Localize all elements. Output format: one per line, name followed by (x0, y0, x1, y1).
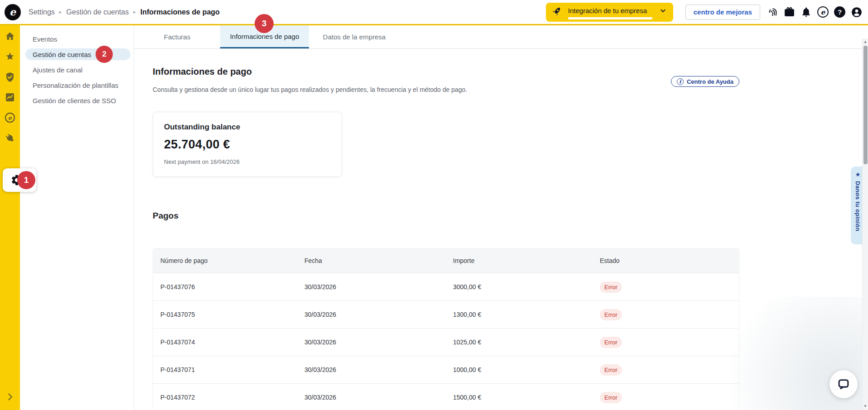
breadcrumb-separator-icon: ▸ (133, 9, 136, 15)
scrollbar-thumb[interactable] (863, 46, 868, 164)
improvement-center-button[interactable]: centro de mejoras (685, 5, 760, 20)
sidebar-item-gestion-clientes-sso[interactable]: Gestión de clientes de SSO (20, 93, 134, 108)
payment-number: P-01437076 (153, 283, 304, 291)
tab-facturas[interactable]: Facturas (134, 25, 220, 48)
payment-info-content: Informaciones de pago Consulta y gestion… (134, 49, 868, 410)
column-header: Importe (453, 257, 600, 264)
step-badge-3: 3 (255, 14, 274, 33)
status-badge: Error (600, 337, 622, 348)
primary-nav-rail: e (0, 25, 20, 410)
table-row: P-01437071 30/03/2026 1000,00 € Error (153, 356, 739, 383)
payment-amount: 1500,00 € (453, 394, 600, 401)
chat-bubble-icon (836, 377, 851, 391)
payment-date: 30/03/2026 (304, 394, 453, 401)
breadcrumb-item-settings[interactable]: Settings (29, 8, 55, 16)
company-integration-button[interactable]: Integración de tu empresa (546, 3, 673, 22)
payment-amount: 1025,00 € (453, 338, 600, 346)
payments-section-title: Pagos (153, 210, 739, 221)
chat-launcher-button[interactable] (829, 370, 858, 398)
feedback-label: Danos tu opinión (854, 181, 861, 231)
vertical-scrollbar: ▲ ▼ (862, 38, 868, 410)
account-icon[interactable] (850, 6, 863, 18)
balance-card-title: Outstanding balance (164, 122, 331, 132)
info-icon: i (677, 78, 684, 85)
status-badge: Error (600, 309, 622, 320)
payment-number: P-01437071 (153, 366, 304, 373)
step-badge-1: 1 (17, 171, 35, 189)
sidebar-item-gestion-de-cuentas[interactable]: Gestión de cuentas 2 (25, 48, 130, 60)
header-yellow-divider (0, 24, 868, 25)
breadcrumb-item-account-management[interactable]: Gestión de cuentas (66, 8, 129, 16)
expand-chevron-icon[interactable] (5, 392, 15, 402)
help-icon[interactable]: ? (834, 6, 846, 18)
header-icon-row: e ? (767, 6, 863, 18)
payment-amount: 1300,00 € (453, 311, 600, 318)
payment-date: 30/03/2026 (304, 283, 453, 291)
payments-table: Número de pago Fecha Importe Estado P-01… (153, 248, 739, 410)
column-header: Número de pago (153, 257, 304, 264)
rocket-icon (552, 6, 562, 16)
app-window: e Settings ▸ Gestión de cuentas ▸ Inform… (0, 0, 868, 410)
status-badge: Error (600, 364, 622, 376)
scroll-up-arrow-icon[interactable]: ▲ (863, 40, 868, 44)
table-row: P-01437075 30/03/2026 1300,00 € Error (153, 300, 739, 328)
sidebar-item-ajustes-de-canal[interactable]: Ajustes de canal (20, 62, 134, 77)
home-icon[interactable] (5, 31, 15, 42)
breadcrumb-separator-icon: ▸ (59, 9, 62, 15)
table-header-row: Número de pago Fecha Importe Estado (153, 248, 739, 273)
gift-icon[interactable] (783, 6, 796, 18)
svg-text:e: e (8, 114, 12, 121)
outstanding-balance-card: Outstanding balance 25.704,00 € Next pay… (153, 112, 342, 177)
analytics-icon[interactable] (5, 92, 15, 103)
star-icon: ★ (855, 172, 861, 177)
eventbrite-logo-glyph: e (10, 6, 16, 18)
settings-sidebar: Eventos Gestión de cuentas 2 Ajustes de … (20, 25, 134, 410)
tab-datos-de-la-empresa[interactable]: Datos de la empresa (309, 25, 400, 48)
payment-number: P-01437074 (153, 338, 304, 346)
shield-check-icon[interactable] (5, 72, 15, 82)
status-badge: Error (600, 392, 622, 403)
integrations-icon[interactable] (5, 133, 15, 143)
page-title: Informaciones de pago (153, 66, 467, 77)
eventbrite-logo[interactable]: e (5, 4, 21, 20)
column-header: Estado (600, 257, 739, 264)
status-badge: Error (600, 281, 622, 293)
fingerprint-icon[interactable] (767, 6, 779, 18)
payment-amount: 1000,00 € (453, 366, 600, 373)
star-icon[interactable] (5, 51, 15, 62)
table-row: P-01437076 30/03/2026 3000,00 € Error (153, 273, 739, 300)
breadcrumb: Settings ▸ Gestión de cuentas ▸ Informac… (29, 8, 220, 16)
scroll-down-arrow-icon[interactable]: ▼ (863, 404, 868, 408)
table-row: P-01437074 30/03/2026 1025,00 € Error (153, 328, 739, 356)
breadcrumb-item-current: Informaciones de pago (140, 8, 220, 16)
table-row: P-01437072 30/03/2026 1500,00 € Error (153, 383, 739, 410)
sidebar-item-eventos[interactable]: Eventos (20, 31, 134, 47)
eventbrite-credit-icon[interactable]: e (817, 6, 829, 18)
column-header: Fecha (304, 257, 453, 264)
page-description: Consulta y gestiona desde un único lugar… (153, 86, 467, 94)
help-center-button[interactable]: i Centro de Ayuda (671, 76, 739, 87)
next-payment-date: Next payment on 16/04/2026 (164, 158, 331, 166)
chevron-down-icon (659, 7, 667, 14)
step-badge-2: 2 (96, 46, 113, 63)
company-integration-label: Integración de tu empresa (568, 7, 647, 14)
payment-date: 30/03/2026 (304, 338, 453, 346)
sidebar-item-settings-active[interactable]: 1 (3, 168, 36, 192)
payment-date: 30/03/2026 (304, 311, 453, 318)
integration-progress-bar (568, 17, 652, 19)
sidebar-item-personalizacion-de-plantillas[interactable]: Personalización de plantillas (20, 77, 134, 93)
main-panel: Facturas Informaciones de pago Datos de … (134, 25, 868, 410)
payment-amount: 3000,00 € (453, 283, 600, 291)
payment-date: 30/03/2026 (304, 366, 453, 373)
payment-number: P-01437072 (153, 394, 304, 401)
tab-bar: Facturas Informaciones de pago Datos de … (134, 25, 868, 49)
balance-amount: 25.704,00 € (164, 138, 331, 151)
payment-number: P-01437075 (153, 311, 304, 318)
top-header: e Settings ▸ Gestión de cuentas ▸ Inform… (0, 0, 868, 24)
bell-icon[interactable] (800, 6, 812, 18)
finance-icon[interactable]: e (5, 112, 15, 123)
